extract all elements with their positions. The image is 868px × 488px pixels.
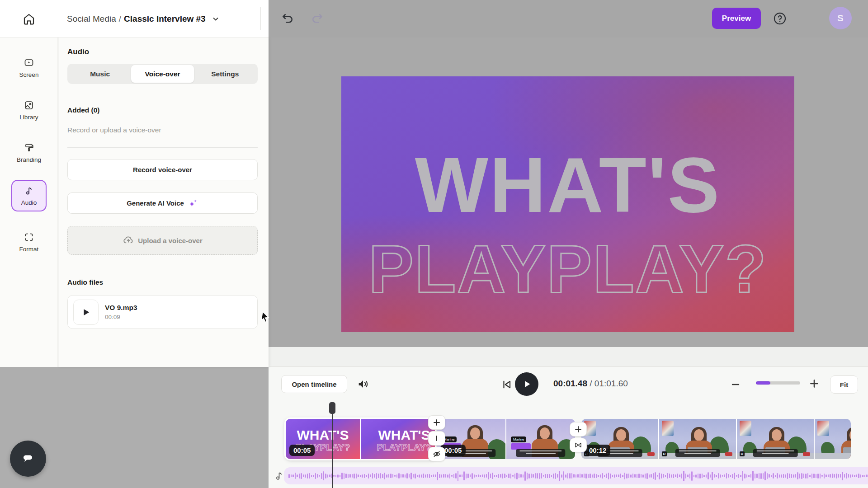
svg-text:WHAT'S: WHAT'S — [297, 427, 349, 442]
home-button[interactable] — [20, 10, 38, 28]
timeline-clip-title[interactable]: WHAT'S PLAYPLAY? WHAT'S PLAYPLAY? 00:05 — [286, 419, 435, 459]
transition-button[interactable] — [570, 438, 587, 452]
undo-button[interactable] — [279, 10, 297, 27]
cloud-upload-icon — [123, 235, 134, 246]
added-empty-text: Record or upload a voice-over — [67, 126, 161, 134]
split-clip-button[interactable] — [428, 431, 445, 446]
breadcrumb-project[interactable]: Classic Interview #3 — [124, 14, 206, 24]
help-button[interactable] — [771, 10, 788, 27]
sidebar-item-library[interactable]: Library — [6, 94, 52, 126]
sidebar-item-screen[interactable]: Screen — [6, 52, 52, 84]
library-icon — [24, 100, 34, 111]
clip-junction-1 — [428, 415, 445, 461]
thumbnail-marker — [725, 452, 732, 456]
audio-icon — [24, 185, 34, 196]
breadcrumb-folder[interactable]: Social Media — [67, 14, 116, 24]
panel-title: Audio — [67, 47, 89, 56]
help-icon — [773, 11, 787, 26]
caption-overlay — [516, 449, 565, 457]
transition-hidden-button[interactable] — [428, 447, 445, 461]
zoom-out-button[interactable] — [727, 376, 744, 393]
current-time: 00:01.48 — [553, 379, 587, 388]
svg-text:PLAYPLAY?: PLAYPLAY? — [377, 442, 432, 452]
fit-button[interactable]: Fit — [830, 375, 858, 394]
topbar-left: Social Media / Classic Interview #3 — [0, 0, 269, 38]
sidebar-rail: Screen Library Branding Audio Format — [0, 38, 58, 367]
avatar[interactable]: S — [829, 7, 852, 29]
speaker-icon — [357, 378, 369, 390]
timeline-zoom-slider[interactable] — [756, 381, 800, 385]
speaker-name-tag: Marine — [511, 436, 526, 442]
sidebar-item-branding[interactable]: Branding — [6, 137, 52, 169]
sidebar-item-format[interactable]: Format — [6, 226, 52, 258]
watermark-logo: D — [740, 451, 745, 456]
audio-files-heading: Audio files — [67, 278, 103, 286]
music-note-icon — [274, 470, 284, 483]
clip-thumbnail: D — [659, 419, 736, 459]
branding-icon — [24, 142, 34, 153]
clip-thumbnail — [815, 419, 851, 459]
topbar-right: Preview S — [269, 0, 868, 38]
skip-to-start-button[interactable] — [498, 376, 515, 393]
voiceover-waveform[interactable] — [284, 467, 868, 484]
skip-back-icon — [501, 379, 513, 390]
audio-file-name: VO 9.mp3 — [105, 304, 137, 312]
upload-voice-over-label: Upload a voice-over — [138, 237, 203, 244]
play-icon — [81, 307, 91, 317]
zoom-in-button[interactable] — [806, 375, 823, 392]
plus-icon — [808, 378, 820, 389]
sidebar-item-label: Screen — [19, 71, 39, 78]
timeline-clip-interview[interactable]: Marine Marine 00:05 — [437, 419, 575, 459]
audio-panel: Audio Music Voice-over Settings Added (0… — [58, 38, 269, 367]
home-icon — [22, 12, 36, 26]
generate-ai-voice-button[interactable]: Generate AI Voice — [67, 192, 258, 214]
thumbnail-marker — [647, 452, 655, 456]
timeline-controls: Open timeline 00:01.48 / 01:01.60 — [269, 367, 868, 401]
playhead-handle[interactable] — [329, 402, 335, 414]
speaker-role-tag — [511, 443, 531, 450]
eye-off-icon — [433, 450, 441, 458]
clip-thumbnail: WHAT'S PLAYPLAY? — [361, 419, 435, 459]
screen-icon — [24, 57, 34, 68]
file-play-button[interactable] — [73, 300, 99, 325]
add-clip-button[interactable] — [570, 422, 587, 436]
redo-icon — [310, 12, 324, 25]
breadcrumb-separator: / — [119, 14, 121, 24]
audio-tabs: Music Voice-over Settings — [67, 64, 258, 84]
chevron-down-icon[interactable] — [212, 15, 219, 23]
open-timeline-button[interactable]: Open timeline — [281, 375, 347, 393]
record-voice-over-button[interactable]: Record voice-over — [67, 159, 258, 180]
sidebar-item-label: Library — [19, 114, 38, 121]
upload-voice-over-button[interactable]: Upload a voice-over — [67, 226, 258, 255]
canvas-timeline-gap — [269, 347, 868, 367]
video-preview[interactable]: WHAT'S PLAYPLAY? — [341, 76, 794, 332]
breadcrumb[interactable]: Social Media / Classic Interview #3 — [67, 0, 219, 38]
format-icon — [24, 232, 34, 243]
chat-widget-button[interactable] — [10, 441, 46, 477]
plus-icon — [433, 419, 440, 426]
play-button[interactable] — [515, 372, 538, 396]
thumbnail-marker — [803, 452, 810, 456]
add-clip-button[interactable] — [428, 415, 445, 430]
sidebar-item-label: Format — [19, 246, 39, 253]
tab-settings[interactable]: Settings — [194, 65, 256, 83]
clip-duration-badge: 00:05 — [289, 445, 315, 456]
zoom-slider-fill — [756, 381, 770, 385]
tab-music[interactable]: Music — [69, 65, 131, 83]
sidebar-item-label: Branding — [17, 156, 41, 163]
added-heading: Added (0) — [67, 106, 99, 114]
avatar-initial: S — [837, 13, 843, 23]
clip-thumbnail: D — [737, 419, 814, 459]
volume-button[interactable] — [354, 375, 372, 393]
redo-button[interactable] — [308, 10, 326, 27]
transition-icon — [574, 441, 582, 449]
caption-overlay — [753, 449, 798, 457]
preview-button[interactable]: Preview — [712, 8, 761, 29]
timeline-clip-interview-wide[interactable]: D D — [581, 419, 851, 459]
audio-file-duration: 00:09 — [105, 314, 137, 320]
tab-voice-over[interactable]: Voice-over — [131, 65, 193, 83]
sidebar-item-audio[interactable]: Audio — [11, 180, 47, 211]
time-display: 00:01.48 / 01:01.60 — [553, 379, 628, 389]
audio-file-item[interactable]: VO 9.mp3 00:09 — [67, 295, 258, 329]
divider-icon — [433, 435, 440, 442]
